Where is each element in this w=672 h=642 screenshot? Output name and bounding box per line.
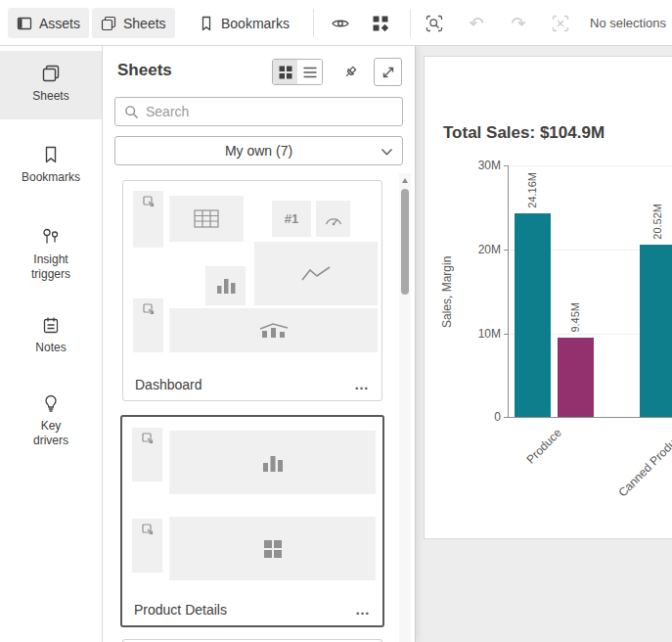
grid-tiles-icon [372, 15, 389, 32]
sheet-canvas: Total Sales: $104.9M Sales, Margin 30M 2… [416, 46, 672, 642]
search-input[interactable] [146, 104, 393, 119]
insight-triggers-icon [41, 227, 61, 247]
bar-plot: 30M 20M 10M 0 24.16M20.52M9.45MProduceCa… [508, 165, 672, 418]
assets-button[interactable]: Assets [8, 8, 89, 38]
thumb-filter-pane-block [132, 428, 162, 482]
pivot-table-icon [263, 539, 283, 559]
assets-panel-icon [17, 16, 32, 31]
list-view-button[interactable] [297, 60, 322, 84]
y-tick-label: 30M [462, 159, 501, 172]
nav-item-bookmarks[interactable]: Bookmarks [0, 132, 102, 197]
thumb-filter-pane-block [133, 191, 163, 248]
sheet-thumbnail: #1 [133, 189, 378, 354]
nav-item-notes[interactable]: Notes [0, 302, 102, 367]
insight-advisor-button[interactable] [326, 9, 355, 38]
sheets-panel: Sheets My own (7) [103, 46, 416, 642]
panel-title: Sheets [117, 61, 172, 80]
bookmarks-button-label: Bookmarks [221, 16, 290, 31]
sheets-scrollbar[interactable] [399, 173, 411, 642]
filter-pane-icon [143, 303, 155, 315]
chart-suggestions-button[interactable] [366, 9, 395, 38]
x-axis-label-produce: Produce [465, 426, 564, 526]
sheets-button[interactable]: Sheets [92, 8, 175, 38]
thumb-gauge-block [316, 201, 350, 237]
y-axis-title: Sales, Margin [440, 165, 454, 418]
undo-icon: ↶ [469, 15, 483, 32]
bar-chart-icon [216, 277, 236, 295]
expand-icon [381, 65, 396, 80]
thumb-kpi-block: #1 [272, 201, 311, 237]
ownership-filter-value: My own (7) [225, 143, 292, 159]
bookmark-icon [199, 16, 214, 31]
thumb-linechart-block [254, 242, 378, 305]
bar-value-label: 20.52M [651, 204, 663, 240]
smart-search-button[interactable] [420, 9, 449, 38]
ownership-filter-dropdown[interactable]: My own (7) [114, 136, 403, 165]
gridline [509, 165, 672, 166]
sheet-more-button[interactable]: … [355, 605, 371, 615]
sheet-more-button[interactable]: … [354, 380, 370, 390]
clear-selections-button[interactable] [546, 9, 575, 38]
y-tick [504, 417, 509, 418]
line-chart-icon [301, 265, 331, 283]
nav-item-insight-triggers[interactable]: Insight triggers [0, 214, 102, 293]
bar-sales-canned-products[interactable] [640, 245, 672, 417]
bar-sales-produce[interactable] [515, 213, 551, 417]
no-selections-label: No selections [590, 0, 666, 45]
nav-label: Sheets [32, 89, 68, 104]
table-icon [194, 209, 219, 229]
kpi-number-label: #1 [285, 211, 298, 226]
sheet-card-footer: Dashboard … [135, 377, 370, 392]
grid-view-button[interactable] [273, 60, 297, 84]
smart-search-icon [425, 14, 444, 33]
sheet-thumbnail [132, 425, 376, 580]
thumb-combochart-block [169, 308, 378, 352]
scroll-up-arrow[interactable] [402, 178, 408, 183]
nav-label: Insight triggers [26, 252, 75, 282]
chevron-down-icon [381, 149, 392, 156]
undo-selection-button[interactable]: ↶ [462, 9, 491, 38]
y-tick [504, 334, 509, 335]
assets-button-label: Assets [39, 16, 80, 31]
y-tick-label: 0 [462, 410, 501, 424]
sheet-title: Dashboard [135, 377, 202, 392]
bar-margin-produce[interactable] [558, 338, 594, 417]
scrollbar-thumb[interactable] [401, 189, 409, 295]
redo-icon: ↷ [511, 15, 525, 32]
y-tick-label: 10M [462, 327, 501, 341]
nav-item-sheets[interactable]: Sheets [0, 51, 102, 119]
search-field [114, 97, 403, 126]
grid-view-icon [279, 66, 292, 79]
nav-label: Notes [35, 341, 66, 355]
thumb-filter-pane-block [132, 519, 162, 573]
thumb-pivot-block [169, 517, 376, 580]
y-tick [504, 165, 509, 166]
pin-icon [342, 65, 358, 80]
bar-chart-object[interactable]: Total Sales: $104.9M Sales, Margin 30M 2… [424, 56, 672, 539]
y-tick [504, 250, 509, 251]
toolbar-divider [313, 9, 314, 37]
thumb-barchart-block [169, 431, 376, 494]
list-view-icon [303, 66, 317, 79]
top-toolbar: Assets Sheets Bookmarks [0, 0, 672, 46]
view-toggle [272, 59, 323, 85]
expand-panel-button[interactable] [374, 58, 402, 86]
clear-selections-icon [551, 14, 570, 33]
notes-icon [41, 315, 61, 335]
toolbar-divider [410, 9, 411, 37]
nav-label: Key drivers [29, 419, 72, 448]
sheet-card-dashboard[interactable]: #1 Dashboard … [122, 180, 382, 401]
bookmarks-button[interactable]: Bookmarks [190, 8, 298, 38]
lightbulb-icon [41, 393, 61, 413]
bar-chart-icon [262, 453, 284, 473]
pin-button[interactable] [336, 59, 363, 85]
nav-item-key-drivers[interactable]: Key drivers [0, 381, 102, 459]
sheet-title: Product Details [134, 602, 227, 618]
sheets-icon [41, 64, 61, 83]
filter-pane-icon [142, 524, 154, 535]
thumb-barchart-block [205, 266, 246, 305]
sheet-card-product-details[interactable]: Product Details … [120, 415, 384, 627]
bar-value-label: 9.45M [569, 302, 581, 333]
sheet-card-footer: Product Details … [134, 602, 371, 618]
redo-selection-button[interactable]: ↷ [504, 9, 533, 38]
